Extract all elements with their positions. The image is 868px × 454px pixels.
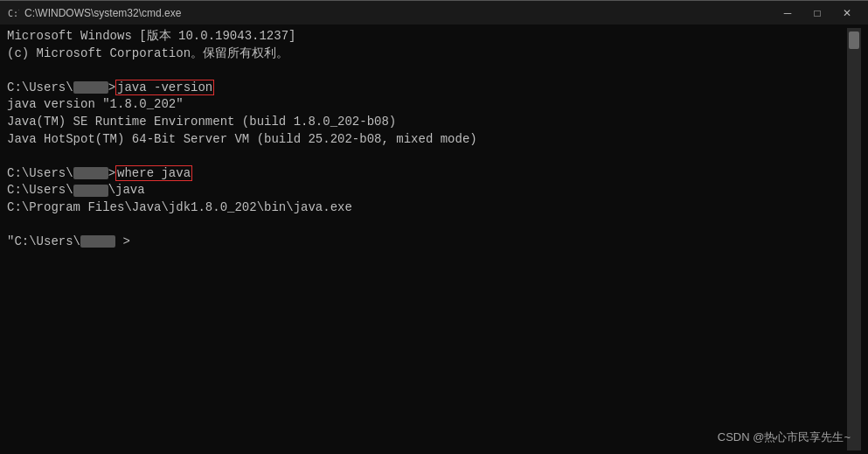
cmd-icon: C:\: [7, 7, 19, 19]
line-where-result-1: C:\Users\\java: [7, 182, 847, 199]
final-prompt-gt: >: [115, 234, 130, 248]
line-where-result-2: C:\Program Files\Java\jdk1.8.0_202\bin\j…: [7, 199, 847, 217]
line-java-version-cmd: C:\Users\>java -version: [7, 80, 847, 97]
line-blank-2: [7, 148, 847, 165]
minimize-button[interactable]: ─: [774, 4, 802, 22]
title-bar: C:\ C:\WINDOWS\system32\cmd.exe ─ □ ✕: [0, 0, 868, 24]
where-suffix: \java: [108, 183, 145, 197]
where-prefix: C:\Users\: [7, 183, 73, 197]
close-button[interactable]: ✕: [833, 4, 861, 22]
prompt-gt-1: >: [108, 80, 115, 94]
line-java-runtime: Java(TM) SE Runtime Environment (build 1…: [7, 114, 847, 131]
terminal-window: Microsoft Windows [版本 10.0.19043.1237] (…: [0, 24, 868, 454]
line-copyright: (c) Microsoft Corporation。保留所有权利。: [7, 45, 847, 63]
final-prompt-prefix: "C:\Users\: [7, 234, 80, 248]
title-bar-left: C:\ C:\WINDOWS\system32\cmd.exe: [7, 7, 181, 19]
terminal-content[interactable]: Microsoft Windows [版本 10.0.19043.1237] (…: [7, 28, 847, 451]
window-controls: ─ □ ✕: [774, 4, 861, 22]
prompt-gt-2: >: [108, 166, 115, 180]
command-highlight-1: java -version: [115, 80, 214, 95]
prompt-prefix-1: C:\Users\: [7, 80, 73, 94]
maximize-button[interactable]: □: [803, 4, 831, 22]
command-highlight-2: where java: [115, 165, 192, 181]
line-blank-3: [7, 217, 847, 234]
username-blur-4: [80, 235, 115, 248]
window-title: C:\WINDOWS\system32\cmd.exe: [24, 7, 181, 19]
username-blur-2: [73, 167, 108, 179]
line-blank-1: [7, 62, 847, 80]
line-final-prompt: "C:\Users\ >: [7, 234, 847, 251]
username-blur-1: [73, 81, 108, 94]
scrollbar-thumb[interactable]: [849, 31, 859, 49]
username-blur-3: [73, 185, 108, 197]
line-windows-version: Microsoft Windows [版本 10.0.19043.1237]: [7, 28, 847, 45]
line-java-version-output: java version "1.8.0_202": [7, 96, 847, 114]
line-where-java-cmd: C:\Users\>where java: [7, 165, 847, 183]
svg-text:C:\: C:\: [8, 9, 19, 18]
scrollbar[interactable]: [847, 28, 861, 451]
prompt-prefix-2: C:\Users\: [7, 166, 73, 180]
line-java-hotspot: Java HotSpot(TM) 64-Bit Server VM (build…: [7, 131, 847, 149]
watermark: CSDN @热心市民享先生~: [718, 430, 847, 445]
